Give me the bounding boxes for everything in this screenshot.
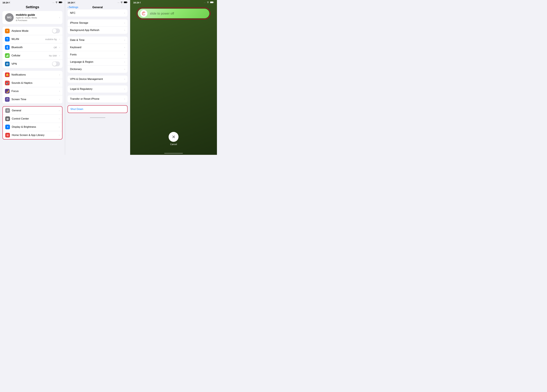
- poweroff-status-bar: 16:24 ☾ ···: [130, 0, 217, 5]
- network-settings-group: ✈ Airplane Mode WLAN mobitrix-5g ›: [2, 27, 62, 68]
- shutdown-group: Shut Down: [68, 105, 128, 113]
- iphone-storage-row[interactable]: iPhone Storage ›: [68, 19, 128, 27]
- notifications-settings-group: 🔔 Notifications › 🔊 Sounds & Haptics › 🌙…: [2, 71, 62, 103]
- transfer-reset-row[interactable]: Transfer or Reset iPhone ›: [68, 95, 128, 102]
- general-icon: ⚙: [5, 108, 10, 113]
- general-row[interactable]: ⚙ General ›: [3, 106, 62, 115]
- poweroff-moon-icon: ☾: [140, 1, 142, 4]
- cancel-x-icon: ✕: [172, 134, 175, 140]
- screen-time-row[interactable]: ⏱ Screen Time ›: [2, 95, 62, 103]
- time-display-2: 16:24: [68, 1, 74, 4]
- control-center-label: Control Center: [12, 117, 57, 120]
- home-indicator: [164, 153, 183, 153]
- keyboard-label: Keyboard: [70, 46, 124, 49]
- transfer-reset-label: Transfer or Reset iPhone: [70, 97, 124, 100]
- storage-group: iPhone Storage › Background App Refresh …: [68, 19, 128, 34]
- wifi-icon-1: [55, 1, 58, 4]
- bluetooth-icon: [5, 45, 10, 50]
- display-brightness-row[interactable]: ☀ Display & Brightness ›: [3, 123, 62, 131]
- svg-rect-15: [213, 2, 214, 3]
- svg-rect-4: [7, 55, 7, 57]
- language-region-row[interactable]: Language & Region ›: [68, 58, 128, 66]
- battery-icon-1: [59, 1, 62, 4]
- focus-row[interactable]: 🌙 Focus ›: [2, 87, 62, 95]
- airplane-mode-label: Airplane Mode: [12, 29, 50, 33]
- time-display-1: 16:24: [2, 1, 8, 4]
- date-time-row[interactable]: Date & Time ›: [68, 37, 128, 44]
- airplane-mode-toggle[interactable]: [52, 28, 60, 33]
- datetime-group: Date & Time › Keyboard › Fonts › Languag…: [68, 37, 128, 73]
- svg-rect-3: [6, 56, 7, 57]
- status-bar-1: 16:24 ☾ ···: [0, 0, 65, 5]
- display-brightness-chevron: ›: [59, 126, 60, 128]
- cellular-row[interactable]: Cellular No SIM ›: [2, 52, 62, 60]
- profile-subtitle: Apple ID, iCloud, Media& Purchases: [16, 17, 37, 22]
- wlan-chevron: ›: [59, 38, 60, 40]
- focus-chevron: ›: [59, 90, 60, 93]
- sounds-haptics-row[interactable]: 🔊 Sounds & Haptics ›: [2, 79, 62, 87]
- avatar: MG: [5, 13, 14, 22]
- cellular-chevron: ›: [59, 54, 60, 57]
- general-nav-bar: ‹ Settings General: [65, 5, 130, 9]
- vpn-row[interactable]: VPN: [2, 60, 62, 68]
- sounds-haptics-label: Sounds & Haptics: [12, 81, 57, 85]
- date-time-chevron: ›: [124, 39, 125, 41]
- sounds-haptics-icon: 🔊: [5, 81, 10, 85]
- wlan-row[interactable]: WLAN mobitrix-5g ›: [2, 35, 62, 43]
- control-center-row[interactable]: ▦ Control Center ›: [3, 115, 62, 123]
- cancel-button[interactable]: ✕: [169, 132, 178, 142]
- airplane-mode-icon: ✈: [5, 29, 10, 33]
- nfc-row[interactable]: NFC ›: [68, 9, 128, 17]
- moon-icon-1: ☾: [9, 1, 11, 4]
- display-brightness-label: Display & Brightness: [12, 125, 57, 128]
- cellular-value: No SIM: [49, 54, 57, 57]
- background-app-refresh-chevron: ›: [124, 29, 125, 32]
- poweroff-slider[interactable]: slide to power off: [138, 9, 209, 18]
- profile-chevron: ›: [59, 16, 60, 19]
- vpn-device-management-row[interactable]: VPN & Device Management ›: [68, 76, 128, 83]
- poweroff-battery-icon: [210, 1, 214, 4]
- bluetooth-value: Off: [54, 46, 57, 49]
- back-chevron-icon: ‹: [68, 6, 68, 9]
- svg-rect-5: [7, 55, 8, 57]
- notifications-chevron: ›: [59, 73, 60, 76]
- bluetooth-row[interactable]: Bluetooth Off ›: [2, 43, 62, 52]
- fonts-chevron: ›: [124, 53, 125, 56]
- airplane-mode-row[interactable]: ✈ Airplane Mode: [2, 27, 62, 35]
- legal-regulatory-label: Legal & Regulatory: [70, 87, 124, 91]
- profile-card[interactable]: MG mobitrix guide Apple ID, iCloud, Medi…: [2, 11, 62, 24]
- status-bar-2: 16:24 ☾ ···: [65, 0, 130, 5]
- home-screen-icon: ⊞: [5, 133, 10, 138]
- general-chevron: ›: [59, 109, 60, 112]
- back-button[interactable]: ‹ Settings: [68, 6, 78, 9]
- wlan-value: mobitrix-5g: [45, 38, 57, 40]
- home-screen-row[interactable]: ⊞ Home Screen & App Library ›: [3, 131, 62, 139]
- svg-rect-11: [124, 2, 127, 3]
- legal-group: Legal & Regulatory ›: [68, 86, 128, 93]
- background-app-refresh-row[interactable]: Background App Refresh ›: [68, 27, 128, 34]
- fonts-row[interactable]: Fonts ›: [68, 51, 128, 58]
- keyboard-row[interactable]: Keyboard ›: [68, 44, 128, 51]
- control-center-chevron: ›: [59, 117, 60, 120]
- vpn-device-group: VPN & Device Management ›: [68, 76, 128, 83]
- home-screen-label: Home Screen & App Library: [12, 134, 57, 137]
- legal-regulatory-row[interactable]: Legal & Regulatory ›: [68, 86, 128, 93]
- focus-label: Focus: [12, 90, 57, 93]
- slide-to-power-off-text: slide to power off: [150, 12, 174, 15]
- notifications-label: Notifications: [12, 73, 57, 76]
- svg-rect-6: [8, 54, 8, 57]
- poweroff-signal-icon: ···: [204, 2, 206, 4]
- dictionary-row[interactable]: Dictionary ›: [68, 66, 128, 73]
- svg-rect-1: [59, 2, 62, 3]
- notifications-row[interactable]: 🔔 Notifications ›: [2, 71, 62, 79]
- vpn-icon: [5, 62, 10, 66]
- language-region-label: Language & Region: [70, 60, 124, 63]
- shutdown-row[interactable]: Shut Down: [68, 106, 127, 113]
- power-icon-circle: [140, 10, 147, 17]
- language-region-chevron: ›: [124, 60, 125, 63]
- poweroff-time-display: 16:24: [133, 1, 139, 4]
- signal-icon-2: ···: [118, 2, 119, 4]
- vpn-toggle[interactable]: [52, 61, 60, 66]
- power-off-slider-container: slide to power off: [137, 7, 211, 19]
- poweroff-status-icons: ···: [204, 1, 214, 4]
